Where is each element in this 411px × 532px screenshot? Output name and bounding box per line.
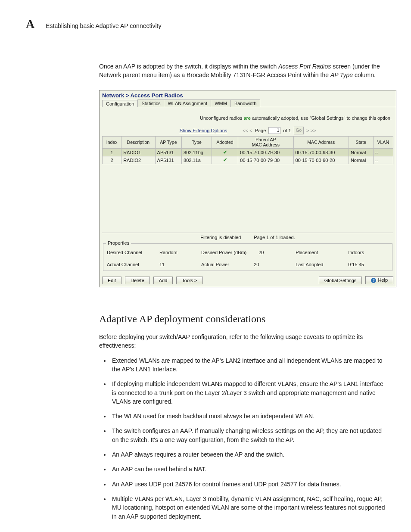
radios-table: Index Description AP Type Type Adopted P… [102,136,393,164]
desired-power-value: 20 [258,250,264,255]
last-adopted-value: 0:15:45 [348,262,364,267]
table-row[interactable]: 1 RADIO1 AP5131 802.11bg ✔ 00-15-70-00-7… [103,149,393,156]
tab-wlan-assignment[interactable]: WLAN Assignment [164,100,211,107]
breadcrumb: Network > Access Port Radios [100,90,396,99]
pager-page-label: Page [255,128,266,133]
col-vlan[interactable]: VLAN [373,136,393,148]
page-status: Page 1 of 1 loaded. [254,235,295,240]
placement-label: Placement [296,250,336,255]
table-row[interactable]: 2 RADIO2 AP5131 802.11a ✔ 00-15-70-00-79… [103,156,393,164]
pager-of: of 1 [283,128,291,133]
intro-paragraph: Once an AAP is adopted by the switch, it… [99,62,385,80]
col-mac[interactable]: MAC Address [293,136,349,148]
access-port-radios-panel: Network > Access Port Radios Configurati… [99,90,396,287]
notice-text: Unconfigured radios are automatically ad… [100,107,396,126]
list-item: If deploying multiple independent WLANs … [110,380,385,406]
col-adopted[interactable]: Adopted [212,136,238,148]
filtering-status: Filtering is disabled [200,235,241,240]
last-adopted-label: Last Adopted [296,262,336,267]
placement-value: Indoors [348,250,364,255]
tab-wmm[interactable]: WMM [211,100,231,107]
edit-button[interactable]: Edit [102,277,121,284]
pager-go-button[interactable]: Go [294,127,304,134]
section-intro: Before deploying your switch/AAP configu… [99,333,385,350]
check-icon: ✔ [212,149,238,156]
list-item: An AAP can be used behind a NAT. [110,465,385,473]
properties-legend: Properties [106,240,131,246]
button-bar: Edit Delete Add Tools > Global Settings … [100,274,396,287]
list-item: The switch configures an AAP. If manuall… [110,426,385,444]
list-item: An AAP always requires a router between … [110,450,385,459]
tab-configuration[interactable]: Configuration [102,100,138,107]
table-empty-area [102,164,393,233]
status-bar: Filtering is disabled Page 1 of 1 loaded… [100,233,396,242]
check-icon: ✔ [212,156,238,164]
page-title: Establishing basic Adaptive AP connectiv… [46,22,161,29]
col-type[interactable]: Type [182,136,212,148]
actual-channel-value: 11 [159,262,165,267]
delete-button[interactable]: Delete [125,277,150,284]
tools-button[interactable]: Tools > [176,277,202,284]
bullet-list: Extended WLANs are mapped to the AP's LA… [99,356,385,521]
table-header-row: Index Description AP Type Type Adopted P… [103,136,393,148]
col-state[interactable]: State [349,136,373,148]
col-description[interactable]: Description [121,136,155,148]
pager: Show Filtering Options << < Page of 1 Go… [100,126,396,136]
desired-power-label: Desired Power (dBm) [201,250,246,255]
list-item: An AAP uses UDP port 24576 for control f… [110,480,385,488]
page-header: A Establishing basic Adaptive AP connect… [26,17,385,31]
tab-bandwidth[interactable]: Bandwidth [230,100,260,107]
list-item: The WLAN used for mesh backhaul must alw… [110,412,385,420]
properties-box: Properties Desired ChannelRandom Desired… [103,243,392,271]
section-heading: Adaptive AP deployment considerations [99,313,385,325]
col-parent-mac[interactable]: Parent AP MAC Address [238,136,293,148]
col-index[interactable]: Index [103,136,121,148]
pager-prev[interactable]: << < [243,128,252,133]
global-settings-button[interactable]: Global Settings [319,277,362,284]
list-item: Extended WLANs are mapped to the AP's LA… [110,356,385,374]
appendix-letter: A [26,17,34,31]
help-button[interactable]: ?Help [365,276,393,284]
help-icon: ? [371,278,376,283]
col-ap-type[interactable]: AP Type [155,136,182,148]
actual-power-label: Actual Power [201,262,242,267]
tab-bar: Configuration Statistics WLAN Assignment… [100,99,396,107]
list-item: Multiple VLANs per WLAN, Layer 3 mobilit… [110,495,385,521]
desired-channel-label: Desired Channel [107,250,147,255]
actual-channel-label: Actual Channel [107,262,147,267]
pager-next[interactable]: > >> [306,128,316,133]
add-button[interactable]: Add [153,277,173,284]
actual-power-value: 20 [254,262,259,267]
tab-statistics[interactable]: Statistics [137,100,164,107]
desired-channel-value: Random [159,250,177,255]
pager-page-input[interactable] [268,127,280,134]
show-filtering-link[interactable]: Show Filtering Options [180,128,227,133]
